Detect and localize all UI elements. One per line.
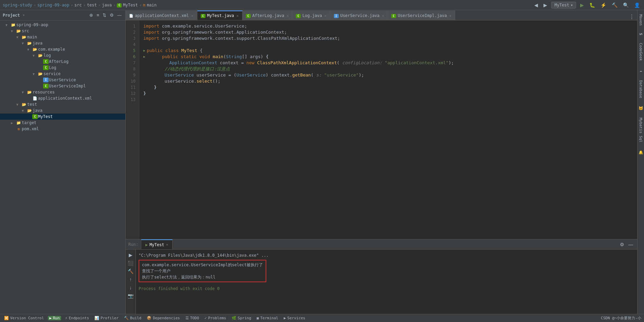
tree-item-mytest[interactable]: C MyTest xyxy=(0,114,125,120)
settings-button[interactable]: ⚙ xyxy=(109,12,115,18)
scroll-down-button[interactable]: ↓ xyxy=(129,285,132,290)
status-dependencies[interactable]: 📦 Dependencies xyxy=(145,316,181,320)
status-build[interactable]: 🔨 Build xyxy=(123,316,143,320)
settings-icon[interactable]: ⚙ xyxy=(619,241,626,248)
tree-item-java-main[interactable]: ▼ 📂 java xyxy=(0,40,125,46)
expand-all-button[interactable]: ⇅ xyxy=(102,12,107,18)
navigate-back-button[interactable]: ◀ xyxy=(533,2,539,9)
locate-file-button[interactable]: ⊕ xyxy=(88,12,94,18)
user-icon-button[interactable]: 👤 xyxy=(633,2,641,9)
close-icon[interactable]: ✕ xyxy=(287,14,289,18)
stop-button[interactable]: ⬛ xyxy=(128,260,133,266)
tree-item-target[interactable]: ▶ 📁 target xyxy=(0,120,125,126)
tree-item-label: test xyxy=(27,102,37,107)
line-numbers: 1 2 3 4 5 6 7 8 9 10 11 12 13 xyxy=(126,20,139,239)
status-run[interactable]: ▶ Run xyxy=(48,316,61,320)
breadcrumb-spring-09-aop[interactable]: spring-09-aop xyxy=(37,3,69,7)
run-button[interactable]: ▶ xyxy=(579,2,585,9)
tree-item-userserviceimpl[interactable]: C UserServiceImpl xyxy=(0,83,125,89)
tree-item-main[interactable]: ▼ 📂 main xyxy=(0,34,125,40)
close-icon[interactable]: ✕ xyxy=(191,14,194,18)
close-icon[interactable]: ✕ xyxy=(449,14,451,18)
close-icon[interactable]: ✕ xyxy=(166,242,168,247)
minimize-button[interactable]: — xyxy=(116,12,123,18)
java-class-icon: C xyxy=(43,65,49,70)
status-terminal[interactable]: ▣ Terminal xyxy=(255,316,280,320)
minimize-icon[interactable]: — xyxy=(627,241,634,248)
sidebar-item-database[interactable]: Database xyxy=(638,78,644,101)
sidebar-item-cat[interactable]: 🐱 xyxy=(638,103,644,113)
main-layout: Project ▾ ⊕ ≡ ⇅ ⚙ — ▼ 📁 spring-09-aop ▼ xyxy=(0,10,644,314)
tab-label: applicationContext.xml xyxy=(135,13,189,18)
profile-button[interactable]: ⚡ xyxy=(599,2,608,9)
tree-item-afterlog[interactable]: C AfterLog xyxy=(0,58,125,65)
run-label: Run: xyxy=(126,239,141,249)
folder-icon: 📂 xyxy=(26,90,33,95)
build-button[interactable]: 🔨 xyxy=(610,2,619,9)
tab-userserviceimpl-java[interactable]: C UserServiceImpl.java ✕ xyxy=(388,11,455,20)
run-config-selector[interactable]: MyTest ▾ xyxy=(551,2,576,9)
status-bar: 🔀 Version Control ▶ Run ⚡ Endpoints 📊 Pr… xyxy=(0,314,644,322)
scroll-up-button[interactable]: ↑ xyxy=(129,277,132,282)
tree-item-pom-xml[interactable]: m pom.xml xyxy=(0,126,125,132)
status-version-control[interactable]: 🔀 Version Control xyxy=(3,316,45,320)
close-icon[interactable]: ✕ xyxy=(236,14,239,18)
status-label: Run xyxy=(53,316,60,320)
sidebar-item-mybatis[interactable]: Mybatis Sql xyxy=(638,115,644,145)
chevron-down-icon: ▾ xyxy=(571,3,573,7)
build-button[interactable]: 🔨 xyxy=(128,269,133,274)
sidebar-item-maven[interactable]: Maven xyxy=(638,12,644,28)
tree-item-test[interactable]: ▼ 📂 test xyxy=(0,101,125,107)
sidebar-item-s[interactable]: S xyxy=(638,30,644,38)
tree-item-spring-09-aop[interactable]: ▼ 📁 spring-09-aop xyxy=(0,22,125,28)
tree-item-src[interactable]: ▼ 📂 src xyxy=(0,28,125,34)
run-gutter-icon: ▶ xyxy=(143,54,145,60)
tree-item-service[interactable]: ▼ 📂 service xyxy=(0,71,125,77)
status-problems[interactable]: ✓ Problems xyxy=(203,316,228,320)
status-profiler[interactable]: 📊 Profiler xyxy=(93,316,120,320)
sidebar-item-cloud[interactable]: ☁ xyxy=(638,66,644,75)
breadcrumb-test[interactable]: test xyxy=(87,3,97,7)
tree-item-log-class[interactable]: C Log xyxy=(0,65,125,71)
status-services[interactable]: ▶ Services xyxy=(282,316,307,320)
code-content[interactable]: import com.example.service.UserService; … xyxy=(139,20,637,239)
tab-label: MyTest xyxy=(149,242,164,247)
breadcrumb-src[interactable]: src xyxy=(74,3,82,7)
bottom-tab-mytest[interactable]: ▶ MyTest ✕ xyxy=(141,239,173,249)
tab-afterlog-java[interactable]: C AfterLog.java ✕ xyxy=(243,11,293,20)
sidebar-item-notifications[interactable]: 🔔 xyxy=(638,147,644,157)
tree-item-userservice[interactable]: I UserService xyxy=(0,77,125,83)
run-config-label: MyTest xyxy=(554,3,569,7)
close-icon[interactable]: ✕ xyxy=(382,14,384,18)
breadcrumb-java[interactable]: java xyxy=(102,3,112,7)
tabs-more-button[interactable]: ⋮ xyxy=(626,14,637,20)
run-gutter-icon: ▶ xyxy=(143,48,145,54)
camera-button[interactable]: 📷 xyxy=(128,293,133,299)
tree-item-com-example[interactable]: ▼ 📂 com.example xyxy=(0,46,125,52)
tree-item-log[interactable]: ▼ 📂 log xyxy=(0,52,125,58)
breadcrumb-spring-study[interactable]: spring-study xyxy=(3,3,32,7)
status-spring[interactable]: 🌿 Spring xyxy=(230,316,253,320)
tab-userservice-java[interactable]: I UserService.java ✕ xyxy=(330,11,388,20)
tab-mytest-java[interactable]: C MyTest.java ✕ xyxy=(197,11,243,20)
breadcrumb-mytest-icon: C xyxy=(117,2,122,7)
tab-log-java[interactable]: C Log.java ✕ xyxy=(292,11,330,20)
tree-item-resources[interactable]: ▼ 📂 resources xyxy=(0,89,125,95)
tab-applicationcontext-xml[interactable]: 📄 applicationContext.xml ✕ xyxy=(126,11,197,20)
project-tree: ▼ 📁 spring-09-aop ▼ 📂 src ▼ 📂 main xyxy=(0,20,125,314)
search-button[interactable]: 🔍 xyxy=(622,2,630,9)
tree-item-appcontext-xml[interactable]: 📄 applicationContext.xml xyxy=(0,95,125,101)
collapse-all-button[interactable]: ≡ xyxy=(95,12,100,18)
status-endpoints[interactable]: ⚡ Endpoints xyxy=(64,316,90,320)
tree-item-label: AfterLog xyxy=(49,59,69,64)
breadcrumb-main[interactable]: m xyxy=(143,3,145,7)
close-icon[interactable]: ✕ xyxy=(324,14,327,18)
java-class-icon: C xyxy=(32,114,38,119)
status-todo[interactable]: ☰ TODO xyxy=(184,316,201,320)
breadcrumb-mytest[interactable]: MyTest xyxy=(123,3,138,7)
debug-button[interactable]: 🐛 xyxy=(588,2,596,9)
tree-item-java-test[interactable]: ▼ 📂 java xyxy=(0,107,125,114)
sidebar-item-codegeek[interactable]: CodeGeek xyxy=(638,40,644,64)
navigate-forward-button[interactable]: ▶ xyxy=(542,2,549,9)
rerun-button[interactable]: ▶ xyxy=(129,252,132,258)
